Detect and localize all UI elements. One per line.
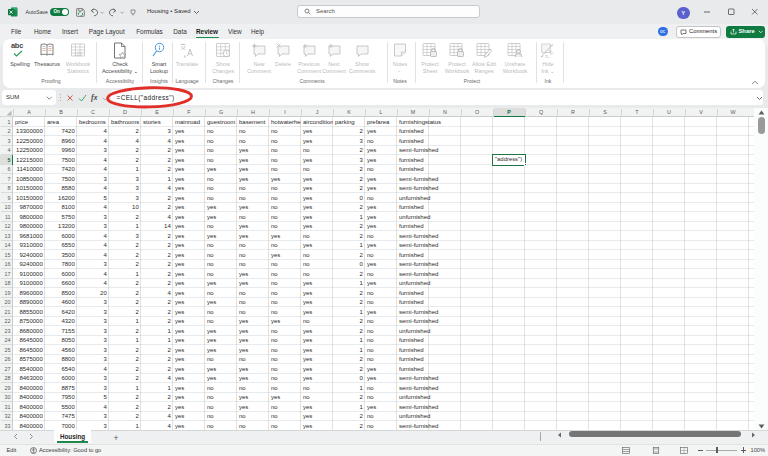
- svg-text:123: 123: [74, 52, 82, 57]
